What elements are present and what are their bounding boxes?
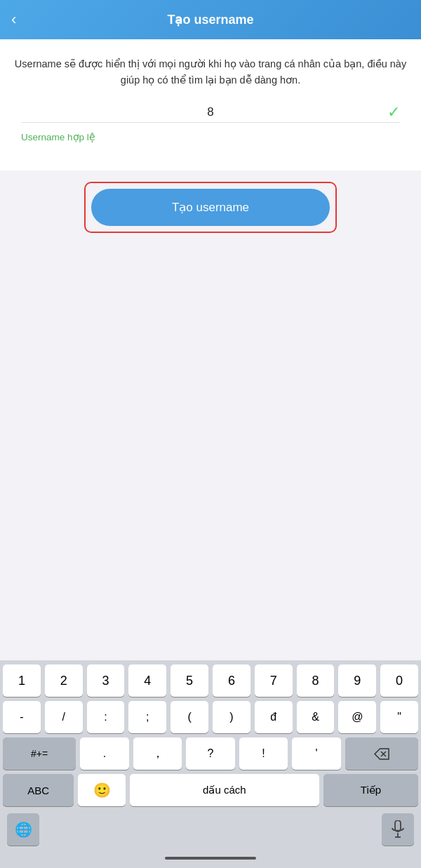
- key-abc[interactable]: ABC: [3, 774, 74, 806]
- keyboard-row-numbers: 1 2 3 4 5 6 7 8 9 0: [0, 660, 421, 697]
- globe-icon[interactable]: 🌐: [7, 813, 39, 846]
- username-input[interactable]: [21, 105, 400, 119]
- valid-message: Username hợp lệ: [14, 128, 407, 156]
- content-spacer: [0, 250, 421, 660]
- key-2[interactable]: 2: [45, 665, 83, 697]
- svg-rect-2: [395, 820, 401, 832]
- keyboard-row-bottom: ABC 🙂 dấu cách Tiếp: [0, 770, 421, 810]
- header-title: Tạo username: [167, 12, 253, 27]
- key-period[interactable]: .: [80, 737, 129, 770]
- key-hashplus[interactable]: #+=: [3, 737, 76, 770]
- check-icon: ✓: [387, 103, 400, 121]
- home-bar: [165, 857, 256, 860]
- key-slash[interactable]: /: [45, 701, 83, 733]
- keyboard: 1 2 3 4 5 6 7 8 9 0 - / : ; ( ) đ & @ " …: [0, 660, 421, 848]
- header: ‹ Tạo username: [0, 0, 421, 39]
- key-9[interactable]: 9: [338, 665, 376, 697]
- key-ampersand[interactable]: &: [297, 701, 335, 733]
- key-3[interactable]: 3: [87, 665, 125, 697]
- back-button[interactable]: ‹: [11, 11, 16, 29]
- key-space[interactable]: dấu cách: [130, 774, 319, 806]
- key-at[interactable]: @: [338, 701, 376, 733]
- key-d-stroke[interactable]: đ: [255, 701, 293, 733]
- key-4[interactable]: 4: [128, 665, 166, 697]
- button-highlight-border: Tạo username: [84, 182, 337, 233]
- key-0[interactable]: 0: [380, 665, 418, 697]
- key-question[interactable]: ?: [186, 737, 235, 770]
- key-6[interactable]: 6: [213, 665, 250, 697]
- key-dash[interactable]: -: [3, 701, 41, 733]
- key-next[interactable]: Tiếp: [323, 774, 418, 806]
- create-username-button[interactable]: Tạo username: [91, 189, 330, 226]
- key-colon[interactable]: :: [87, 701, 125, 733]
- keyboard-icon-row: 🌐: [0, 810, 421, 848]
- content-area: Username sẽ được hiển thị với mọi người …: [0, 39, 421, 171]
- description-text: Username sẽ được hiển thị với mọi người …: [14, 56, 407, 88]
- key-backspace[interactable]: [345, 737, 418, 770]
- key-quote[interactable]: ": [380, 701, 418, 733]
- key-5[interactable]: 5: [171, 665, 208, 697]
- key-exclaim[interactable]: !: [239, 737, 288, 770]
- key-8[interactable]: 8: [297, 665, 335, 697]
- key-closeparen[interactable]: ): [213, 701, 250, 733]
- keyboard-row-special: #+= . ， ? ! ': [0, 733, 421, 770]
- keyboard-row-symbols: - / : ; ( ) đ & @ ": [0, 697, 421, 733]
- key-semicolon[interactable]: ;: [128, 701, 166, 733]
- key-7[interactable]: 7: [255, 665, 293, 697]
- microphone-icon[interactable]: [382, 813, 414, 846]
- key-emoji[interactable]: 🙂: [78, 774, 126, 806]
- key-comma[interactable]: ，: [133, 737, 182, 770]
- home-indicator: [0, 848, 421, 868]
- key-openparen[interactable]: (: [171, 701, 208, 733]
- key-1[interactable]: 1: [3, 665, 41, 697]
- username-input-row: ✓: [21, 105, 400, 123]
- key-apostrophe[interactable]: ': [292, 737, 341, 770]
- button-area: Tạo username: [0, 171, 421, 250]
